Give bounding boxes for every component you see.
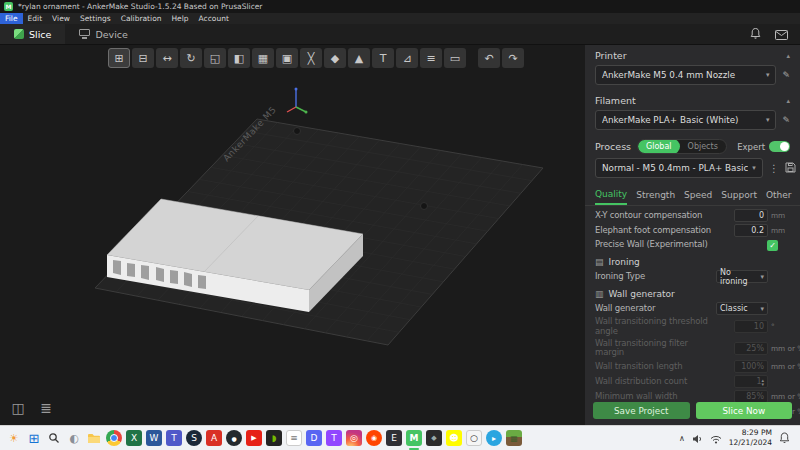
caret-down-icon: ▾ — [760, 273, 764, 281]
taskbar-app-weather[interactable]: ☀ — [6, 430, 22, 446]
viewport-3d-scene[interactable]: AnkerMake M5 — [0, 45, 585, 425]
taskbar-app-dark[interactable]: ◆ — [426, 430, 442, 446]
wifi-icon[interactable] — [710, 429, 722, 448]
redo-icon[interactable]: ↷ — [502, 48, 524, 68]
viewport-3d[interactable]: ⊞ ⊟ ↔ ↻ ◱ ◧ ▦ ▣ ╳ ◆ ▲ T ⊿ ≡ ▭ ↶ ↷ — [0, 45, 585, 425]
setting-label: Wall generator — [595, 304, 716, 314]
expert-toggle[interactable] — [769, 141, 790, 152]
mail-icon[interactable] — [775, 25, 788, 44]
taskbar-app-youtube[interactable]: ▶ — [246, 430, 262, 446]
taskbar-app-steam[interactable]: S — [186, 430, 202, 446]
windows-taskbar: ☀ ⊞ ◐ X W T S A ● ▶ ◗ ≡ D T ◎ ◉ E M ◆ ☻ … — [0, 425, 800, 450]
menu-view[interactable]: View — [47, 13, 75, 24]
menu-account[interactable]: Account — [194, 13, 234, 24]
cut-icon[interactable]: ╳ — [300, 48, 322, 68]
printer-preset-select[interactable]: AnkerMake M5 0.4 mm Nozzle ▾ — [595, 65, 776, 85]
seam-paint-icon[interactable]: ◆ — [324, 48, 346, 68]
taskbar-app-github[interactable]: ● — [226, 430, 242, 446]
menu-file[interactable]: File — [0, 13, 23, 24]
notification-bell-icon[interactable] — [750, 25, 761, 44]
precise-wall-checkbox[interactable]: ✓ — [767, 240, 778, 251]
taskbar-app-discord[interactable]: D — [306, 430, 322, 446]
edit-printer-icon[interactable]: ✎ — [782, 70, 790, 80]
menu-calibration[interactable]: Calibration — [116, 13, 167, 24]
taskbar-app-snapchat[interactable]: ☻ — [446, 430, 462, 446]
stepper-down-icon[interactable]: ▾ — [761, 382, 764, 386]
save-project-button[interactable]: Save Project — [593, 402, 690, 419]
setting-input[interactable]: 0 — [734, 209, 768, 222]
setting-input[interactable]: 100% — [734, 360, 768, 373]
menu-edit[interactable]: Edit — [23, 13, 48, 24]
menu-help[interactable]: Help — [166, 13, 193, 24]
text-tool-icon[interactable]: T — [372, 48, 394, 68]
taskbar-app-ankermake-studio[interactable]: M — [406, 430, 422, 446]
clone-icon[interactable]: ▣ — [276, 48, 298, 68]
tab-strength[interactable]: Strength — [636, 190, 675, 204]
support-paint-icon[interactable]: ▲ — [348, 48, 370, 68]
tab-quality[interactable]: Quality — [595, 189, 627, 205]
taskbar-app-copilot[interactable]: ◐ — [66, 430, 82, 446]
taskbar-app-excel[interactable]: X — [126, 430, 142, 446]
setting-input[interactable]: 10 — [734, 320, 768, 333]
taskbar-app-notepad[interactable]: ≡ — [286, 430, 302, 446]
tray-chevron-icon[interactable]: ∧ — [679, 434, 685, 443]
save-preset-icon[interactable] — [785, 162, 796, 175]
chevron-up-icon[interactable]: ▴ — [786, 52, 790, 60]
tab-slice[interactable]: Slice — [0, 24, 65, 44]
setting-input[interactable]: 25% — [734, 342, 768, 355]
taskbar-app-chrome[interactable] — [106, 430, 122, 446]
move-icon[interactable]: ↔ — [156, 48, 178, 68]
add-object-icon[interactable]: ⊞ — [108, 48, 130, 68]
taskbar-app-twitch[interactable]: T — [326, 430, 342, 446]
taskbar-clock[interactable]: 8:29 PM 12/21/2024 — [729, 428, 772, 448]
tab-support[interactable]: Support — [721, 190, 757, 204]
filament-preset-select[interactable]: AnkerMake PLA+ Basic (White) ▾ — [595, 110, 776, 130]
wall-generator-select[interactable]: Classic▾ — [716, 302, 768, 315]
ironing-type-select[interactable]: No ironing▾ — [716, 270, 768, 283]
edit-filament-icon[interactable]: ✎ — [782, 115, 790, 125]
slice-now-button[interactable]: Slice Now — [696, 402, 793, 419]
taskbar-app-epic-games[interactable]: E — [386, 430, 402, 446]
preset-menu-icon[interactable]: ⋮ — [769, 163, 779, 174]
setting-label: Precise Wall (Experimental) — [595, 240, 767, 250]
plate-hole — [421, 203, 428, 210]
scale-icon[interactable]: ◱ — [204, 48, 226, 68]
process-preset-select[interactable]: Normal - M5 0.4mm - PLA+ Basic ▾ — [595, 158, 763, 178]
tab-other[interactable]: Other — [766, 190, 792, 204]
setting-stepper[interactable]: 1▴▾ — [734, 375, 768, 388]
taskbar-app-file-explorer[interactable] — [86, 430, 102, 446]
taskbar-app-reddit[interactable]: ◉ — [366, 430, 382, 446]
chevron-up-icon[interactable]: ▴ — [786, 97, 790, 105]
rotate-icon[interactable]: ↻ — [180, 48, 202, 68]
taskbar-app-acrobat[interactable]: A — [206, 430, 222, 446]
tab-slice-label: Slice — [29, 29, 51, 40]
arrange-icon[interactable]: ▦ — [252, 48, 274, 68]
taskbar-app-word[interactable]: W — [146, 430, 162, 446]
undo-icon[interactable]: ↶ — [478, 48, 500, 68]
menu-settings[interactable]: Settings — [75, 13, 116, 24]
taskbar-app-instagram[interactable]: ◎ — [346, 430, 362, 446]
mirror-icon[interactable]: ◧ — [228, 48, 250, 68]
taskbar-app-telegram[interactable]: ▸ — [486, 430, 502, 446]
setting-input[interactable]: 0.2 — [734, 224, 768, 237]
measure-icon[interactable]: ⊿ — [396, 48, 418, 68]
tab-speed[interactable]: Speed — [684, 190, 712, 204]
tab-device[interactable]: Device — [65, 24, 142, 44]
taskbar-app-teams[interactable]: T — [166, 430, 182, 446]
printer-preset-value: AnkerMake M5 0.4 mm Nozzle — [602, 70, 762, 80]
speaker-icon[interactable] — [692, 429, 703, 448]
view-cube-icon[interactable]: ◫ — [8, 398, 28, 418]
taskbar-search-icon[interactable] — [46, 430, 62, 446]
taskbar-app-minecraft[interactable]: ▦ — [506, 430, 522, 446]
scope-global-option[interactable]: Global — [638, 139, 680, 154]
scope-objects-option[interactable]: Objects — [680, 139, 726, 154]
layers-tool-icon[interactable]: ≡ — [420, 48, 442, 68]
layers-preview-icon[interactable]: ≣ — [36, 398, 56, 418]
delete-object-icon[interactable]: ⊟ — [132, 48, 154, 68]
taskbar-app-nvidia[interactable]: ◗ — [266, 430, 282, 446]
setting-row: Wall transition length 100% mm or % — [585, 359, 800, 374]
plate-settings-icon[interactable]: ▭ — [444, 48, 466, 68]
start-button[interactable]: ⊞ — [26, 430, 42, 446]
taskbar-app-obs[interactable]: ○ — [466, 430, 482, 446]
notification-center-icon[interactable] — [779, 429, 790, 448]
